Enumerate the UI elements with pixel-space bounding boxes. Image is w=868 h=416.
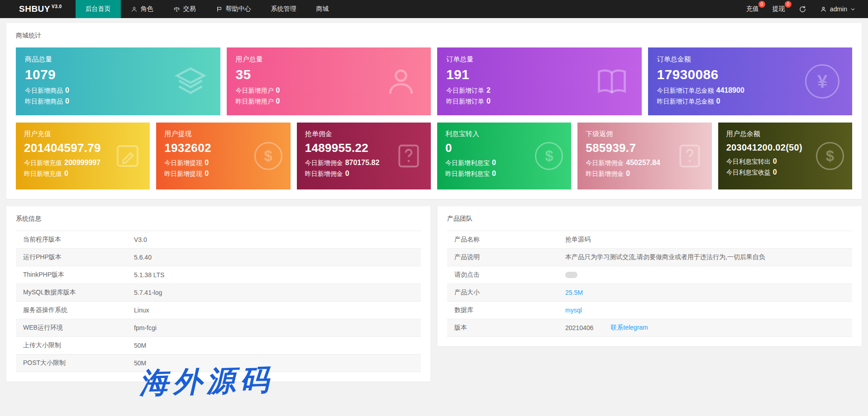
row-value: 本产品只为学习测试交流,请勿要做商业或者用于违法行为,一切后果自负 — [558, 249, 773, 265]
line2-value: 0 — [626, 170, 630, 177]
row-value: 5.7.41-log — [127, 285, 169, 300]
line2-value: 0 — [773, 168, 777, 176]
line1-value: 450257.84 — [626, 159, 660, 166]
refresh-button[interactable] — [799, 5, 806, 13]
line1-value: 2 — [486, 86, 491, 94]
recharge-button[interactable]: 充值 0 — [746, 5, 759, 13]
line1-label: 今日新增商品 — [25, 87, 63, 94]
stat-card-line2: 昨日新增提现0 — [164, 170, 282, 178]
row-label: ThinkPHP版本 — [16, 267, 127, 283]
row-label: 当前程序版本 — [16, 232, 127, 248]
row-value: 25.5M — [558, 285, 590, 300]
system-info-panel: 系统信息 当前程序版本V3.0运行PHP版本5.6.40ThinkPHP版本5.… — [6, 206, 430, 382]
system-info-title: 系统信息 — [6, 206, 430, 231]
product-team-panel: 产品团队 产品名称抢单源码产品说明本产品只为学习测试交流,请勿要做商业或者用于违… — [438, 206, 862, 346]
line2-value: 0 — [486, 97, 491, 105]
main-content: 商城统计 商品总量1079今日新增商品0昨日新增商品0用户总量35今日新增用户0… — [0, 18, 868, 382]
table-row: WEB运行环境fpm-fcgi — [16, 319, 421, 337]
nav-item-5[interactable]: 商城 — [306, 0, 339, 18]
table-row: POST大小限制50M — [16, 355, 421, 372]
dollar-icon: $ — [254, 142, 282, 170]
nav-item-3[interactable]: 帮助中心 — [206, 0, 261, 18]
row-value: 50M — [127, 355, 153, 371]
system-info-table: 当前程序版本V3.0运行PHP版本5.6.40ThinkPHP版本5.1.38 … — [16, 231, 421, 372]
stat-card-title: 用户提现 — [164, 130, 282, 138]
question-icon — [395, 142, 423, 170]
nav-item-label: 角色 — [141, 5, 153, 13]
line1-value: 0 — [65, 86, 69, 94]
question-icon — [676, 142, 704, 170]
withdraw-button[interactable]: 提现 0 — [773, 5, 785, 13]
product-team-table: 产品名称抢单源码产品说明本产品只为学习测试交流,请勿要做商业或者用于违法行为,一… — [447, 231, 852, 337]
nav-item-1[interactable]: 角色 — [121, 0, 163, 18]
line2-label: 昨日新增订单总金额 — [657, 98, 714, 105]
line2-label: 昨日新增佣金 — [305, 170, 343, 177]
stat-card-row1-0: 商品总量1079今日新增商品0昨日新增商品0 — [16, 47, 220, 115]
row-link[interactable]: mysql — [565, 307, 582, 314]
table-row: 产品大小25.5M — [447, 284, 852, 302]
user-menu[interactable]: admin — [820, 5, 855, 13]
telegram-link[interactable]: 联系telegram — [610, 324, 648, 332]
table-row: 上传大小限制50M — [16, 337, 421, 355]
row-value: Linux — [127, 303, 156, 318]
line1-value: 870175.82 — [345, 159, 380, 166]
row-value: 20210406联系telegram — [558, 320, 655, 336]
nav-item-0[interactable]: 后台首页 — [76, 0, 121, 18]
table-row: 请勿点击 — [447, 266, 852, 284]
flag-icon — [216, 6, 223, 13]
stat-card-line2: 昨日新增佣金0 — [305, 170, 423, 178]
line1-value: 200999997 — [64, 159, 100, 166]
stat-card-row2-1: 用户提现1932602今日新增提现0昨日新增提现0$ — [156, 123, 290, 189]
stat-card-title: 抢单佣金 — [305, 130, 423, 138]
line1-label: 今日新增佣金 — [586, 159, 624, 166]
row-label: POST大小限制 — [16, 355, 127, 371]
row-link[interactable]: 25.5M — [565, 289, 583, 296]
brand-logo: SHBUY V3.0 — [0, 0, 76, 18]
row-label: 数据库 — [447, 302, 558, 318]
nav-item-2[interactable]: 交易 — [163, 0, 206, 18]
line2-value: 0 — [205, 170, 209, 177]
line1-label: 今日新增利息宝 — [445, 159, 490, 166]
stat-card-title: 订单总金额 — [657, 55, 844, 64]
withdraw-label: 提现 — [773, 5, 785, 12]
stat-card-line2: 昨日新增充值0 — [24, 170, 142, 178]
row-value — [558, 268, 585, 282]
line2-value: 0 — [65, 97, 69, 105]
book-icon — [595, 64, 629, 99]
line2-label: 昨日新增用户 — [236, 98, 274, 105]
line1-label: 今日新增充值 — [24, 159, 62, 166]
row-value: mysql — [558, 303, 589, 318]
table-row: 当前程序版本V3.0 — [16, 231, 421, 249]
stat-card-title: 商品总量 — [25, 55, 211, 64]
line1-value: 0 — [276, 86, 280, 94]
nav-item-label: 帮助中心 — [226, 5, 251, 13]
person-icon — [131, 6, 138, 13]
stat-card-row2-3: 利息宝转入0今日新增利息宝0昨日新增利息宝0$ — [437, 123, 571, 189]
dollar-circle-icon: $ — [254, 142, 282, 170]
line1-value: 0 — [773, 157, 777, 165]
chevron-down-icon — [850, 7, 855, 12]
dollar-icon: $ — [816, 142, 844, 170]
line1-value: 0 — [492, 159, 496, 166]
line1-value: 0 — [205, 159, 209, 166]
person-icon — [384, 64, 418, 99]
stat-card-row2-5: 用户总余额203041200.02(50)今日利息宝转出0今日利息宝收益0$ — [718, 123, 852, 189]
row-label: 产品大小 — [447, 284, 558, 301]
line2-value: 0 — [492, 170, 496, 177]
do-not-click-pill[interactable] — [565, 272, 577, 278]
recharge-badge: 0 — [758, 1, 765, 8]
line2-value: 0 — [345, 170, 349, 177]
stat-card-row2-0: 用户充值201404597.79今日新增充值200999997昨日新增充值0 — [16, 123, 150, 189]
stat-card-title: 下级返佣 — [586, 130, 703, 138]
stats-panel-title: 商城统计 — [6, 23, 862, 47]
stat-card-line2: 昨日新增利息宝0 — [445, 170, 563, 178]
stat-card-title: 用户充值 — [24, 130, 142, 138]
recharge-label: 充值 — [746, 5, 759, 12]
main-nav: 后台首页角色交易帮助中心系统管理商城 — [76, 0, 339, 18]
row-value: 50M — [127, 338, 153, 353]
nav-item-4[interactable]: 系统管理 — [261, 0, 306, 18]
line2-value: 0 — [64, 170, 68, 177]
line2-label: 昨日新增提现 — [164, 170, 202, 177]
stats-panel: 商城统计 商品总量1079今日新增商品0昨日新增商品0用户总量35今日新增用户0… — [6, 23, 862, 199]
table-row: 产品说明本产品只为学习测试交流,请勿要做商业或者用于违法行为,一切后果自负 — [447, 249, 852, 266]
